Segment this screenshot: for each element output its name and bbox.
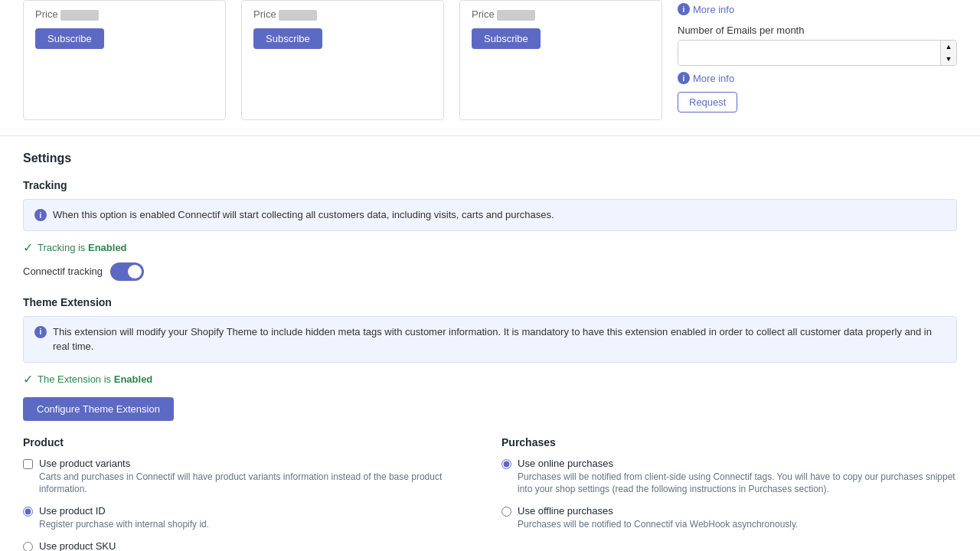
price-blurred-2 [279, 10, 317, 21]
theme-extension-section: Theme Extension i This extension will mo… [23, 296, 957, 421]
offline-purchases-desc: Purchases will be notified to Connectif … [518, 518, 798, 531]
product-variants-checkbox[interactable] [23, 459, 33, 469]
offline-purchases-option: Use offline purchases Purchases will be … [501, 505, 957, 531]
tracking-status-text: Tracking is Enabled [38, 242, 127, 253]
tracking-info-icon: i [34, 209, 47, 221]
product-purchases-grid: Product Use product variants Carts and p… [23, 436, 957, 552]
request-button[interactable]: Request [678, 92, 737, 112]
product-column: Product Use product variants Carts and p… [23, 436, 479, 552]
tracking-heading: Tracking [23, 179, 957, 191]
product-sku-radio[interactable] [23, 542, 33, 551]
tracking-toggle-row: Connectif tracking [23, 262, 957, 281]
theme-extension-status: ✓ The Extension is Enabled [23, 372, 957, 386]
offline-purchases-label: Use offline purchases [518, 505, 798, 517]
theme-check-icon: ✓ [23, 372, 33, 386]
theme-extension-info-banner: i This extension will modify your Shopif… [23, 316, 957, 363]
configure-theme-extension-button[interactable]: Configure Theme Extension [23, 397, 174, 421]
price-blurred-3 [497, 10, 535, 21]
purchases-column: Purchases Use online purchases Purchases… [501, 436, 957, 552]
purchases-heading: Purchases [501, 436, 957, 448]
offline-purchases-radio[interactable] [501, 507, 511, 517]
theme-info-icon: i [34, 326, 47, 338]
price-label-3: Price [472, 8, 650, 21]
pricing-card-1: Price Subscribe [23, 0, 226, 120]
spin-up[interactable]: ▲ [941, 41, 956, 53]
online-purchases-desc: Purchases will be notified from client-s… [518, 471, 957, 497]
settings-title: Settings [23, 152, 957, 165]
subscribe-button-3[interactable]: Subscribe [472, 28, 541, 49]
product-sku-label: Use product SKU [39, 540, 187, 551]
pricing-card-2: Price Subscribe [241, 0, 444, 120]
product-id-option: Use product ID Register purchase with in… [23, 505, 479, 531]
theme-banner-text: This extension will modify your Shopify … [53, 324, 946, 354]
subscribe-button-2[interactable]: Subscribe [253, 28, 322, 49]
more-info-top-label: More info [693, 4, 734, 15]
online-purchases-radio[interactable] [501, 459, 511, 469]
tracking-toggle-label: Connectif tracking [23, 266, 103, 277]
product-id-desc: Register purchase with internal shopify … [39, 518, 209, 531]
tracking-toggle-slider [110, 262, 144, 281]
right-panel: i More info Number of Emails per month ▲… [678, 0, 957, 120]
product-id-label: Use product ID [39, 505, 209, 517]
emails-label: Number of Emails per month [678, 24, 957, 36]
product-variants-option: Use product variants Carts and purchases… [23, 458, 479, 497]
online-purchases-label: Use online purchases [518, 458, 957, 469]
price-blurred-1 [60, 10, 99, 21]
info-circle-top: i [678, 3, 690, 15]
pricing-card-3: Price Subscribe [459, 0, 662, 120]
settings-section: Settings Tracking i When this option is … [0, 136, 980, 551]
theme-status-text: The Extension is Enabled [38, 373, 152, 385]
spin-buttons: ▲ ▼ [940, 41, 956, 65]
product-sku-option: Use product SKU Register purchase with p… [23, 540, 479, 551]
price-label-1: Price [35, 8, 214, 21]
price-label-2: Price [253, 8, 432, 21]
product-heading: Product [23, 436, 479, 448]
subscribe-button-1[interactable]: Subscribe [35, 28, 104, 49]
tracking-info-banner: i When this option is enabled Connectif … [23, 199, 957, 231]
tracking-check-icon: ✓ [23, 240, 33, 255]
online-purchases-option: Use online purchases Purchases will be n… [501, 458, 957, 497]
emails-input[interactable] [678, 41, 940, 65]
spin-down[interactable]: ▼ [941, 53, 956, 65]
info-circle-bottom: i [678, 72, 690, 84]
emails-input-wrapper: ▲ ▼ [678, 40, 957, 66]
tracking-banner-text: When this option is enabled Connectif wi… [53, 207, 554, 223]
tracking-status: ✓ Tracking is Enabled [23, 240, 957, 255]
product-id-radio[interactable] [23, 507, 33, 517]
more-info-link-top[interactable]: i More info [678, 0, 957, 18]
tracking-toggle[interactable] [110, 262, 144, 281]
product-variants-desc: Carts and purchases in Connectif will ha… [39, 471, 479, 497]
theme-extension-heading: Theme Extension [23, 296, 957, 308]
more-info-link-bottom[interactable]: i More info [678, 72, 957, 84]
product-variants-label: Use product variants [39, 458, 479, 469]
more-info-bottom-label: More info [693, 73, 734, 84]
